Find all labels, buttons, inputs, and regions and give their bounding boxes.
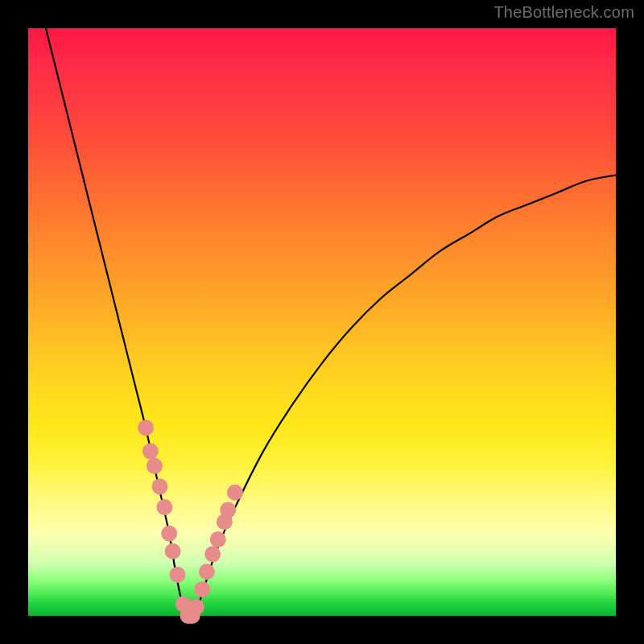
- highlight-dot: [188, 599, 204, 615]
- highlight-dot: [204, 546, 221, 562]
- highlight-dot: [152, 478, 168, 494]
- dots-layer: [138, 419, 243, 624]
- highlight-dot: [210, 531, 226, 547]
- highlight-dot: [165, 543, 181, 559]
- highlight-dot: [156, 499, 172, 515]
- highlight-dot: [147, 458, 163, 474]
- bottleneck-curve: [46, 28, 616, 617]
- highlight-dot: [199, 564, 215, 580]
- chart-svg: [28, 28, 616, 616]
- curve-layer: [46, 28, 616, 617]
- plot-area: [28, 28, 616, 616]
- highlight-dot: [161, 526, 177, 542]
- highlight-dot: [169, 567, 185, 583]
- highlight-dot: [142, 444, 159, 460]
- highlight-dot: [194, 581, 210, 597]
- highlight-dot: [138, 419, 154, 436]
- highlight-dot: [227, 485, 243, 501]
- watermark-text: TheBottleneck.com: [493, 3, 634, 22]
- chart-frame: TheBottleneck.com: [0, 0, 644, 644]
- highlight-dot: [220, 502, 236, 518]
